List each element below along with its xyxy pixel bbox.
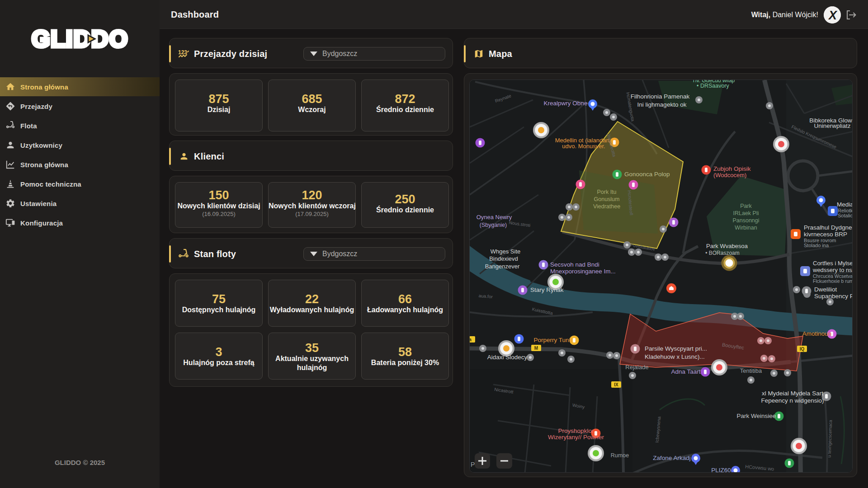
svg-text:Wirbinan: Wirbinan (735, 225, 757, 231)
svg-text:Whges Site: Whges Site (491, 248, 520, 255)
svg-text:Pork Itu: Pork Itu (597, 189, 616, 195)
svg-text:Proyshopklor: Proyshopklor (558, 427, 594, 434)
svg-text:Gonuslum: Gonuslum (594, 196, 620, 202)
svg-text:wedssery to nssa: wedssery to nssa (812, 267, 853, 273)
svg-text:Rumoe: Rumoe (611, 452, 629, 459)
svg-text:IRLaek Pli: IRLaek Pli (733, 210, 759, 216)
svg-text:Amotinoun: Amotinoun (802, 330, 832, 337)
svg-text:Stary Rynak: Stary Rynak (530, 286, 564, 293)
svg-text:Viedrathee: Viedrathee (593, 203, 620, 210)
svg-text:Pansonngi: Pansonngi (732, 217, 759, 224)
svg-text:Dweliliot: Dweliliot (814, 286, 837, 293)
svg-text:Park Weinsiee: Park Weinsiee (737, 413, 776, 419)
svg-text:Porperry Tunit: Porperry Tunit (534, 337, 572, 343)
svg-text:Rejalade: Rejalade (625, 364, 648, 371)
svg-text:Gonoonca Polop: Gonoonca Polop (624, 171, 670, 178)
svg-text:(Sbyganie): (Sbyganie) (480, 222, 507, 228)
svg-text:Supanbency PICS: Supanbency PICS (814, 293, 853, 300)
svg-text:Mnexporosinganee Im...: Mnexporosinganee Im... (550, 268, 616, 275)
svg-text:(Wodcocem): (Wodcocem) (713, 172, 746, 178)
svg-text:udvo. Monusver.: udvo. Monusver. (562, 143, 605, 150)
svg-text:Zafone Arkadj: Zafone Arkadj (653, 455, 690, 461)
svg-text:Uninerwpliatz: Uninerwpliatz (814, 122, 850, 129)
svg-text:Bindexievd: Bindexievd (489, 255, 518, 262)
svg-text:Kladehuow x Lusnc)...: Kladehuow x Lusnc)... (645, 353, 705, 360)
svg-text:IX: IX (614, 382, 618, 387)
svg-text:a: a (470, 337, 472, 342)
svg-text:kivrneceso BRP: kivrneceso BRP (804, 231, 847, 238)
svg-text:• DRSaavory: • DRSaavory (697, 83, 730, 89)
svg-text:Flckuerhoxie b rumob: Flckuerhoxie b rumob (813, 278, 853, 284)
svg-text:123: 123 (178, 49, 187, 56)
svg-text:P: P (471, 461, 475, 468)
svg-text:• BORaszoam: • BORaszoam (705, 250, 740, 256)
svg-text:Fepeency n widgensio): Fepeency n widgensio) (761, 397, 824, 404)
svg-text:X: X (828, 9, 838, 22)
svg-text:Cortfies i Mylsery (: Cortfies i Mylsery ( (813, 260, 853, 267)
svg-text:Oynea Newry: Oynea Newry (476, 214, 512, 221)
svg-text:Ini lighmagekto ok: Ini lighmagekto ok (637, 101, 687, 108)
svg-text:Secsvoh nad Bndi: Secsvoh nad Bndi (550, 261, 599, 268)
svg-text:Tentitiba: Tentitiba (740, 367, 762, 374)
svg-text:Aidaxi Slodecy: Aidaxi Slodecy (487, 354, 528, 361)
svg-text:IQ: IQ (800, 347, 805, 352)
svg-text:Filhonrionia Pamenak: Filhonrionia Pamenak (631, 93, 690, 100)
svg-text:Stolado ina: Stolado ina (804, 243, 829, 248)
svg-text:Sotalio: Sotalio (838, 213, 853, 218)
svg-text:Krealpwry Obne: Krealpwry Obne (544, 100, 588, 107)
svg-text:M: M (534, 346, 538, 351)
svg-text:PLIZ60: PLIZ60 (711, 467, 731, 473)
svg-text:Park Wvabesoa: Park Wvabesoa (706, 243, 748, 249)
svg-text:Bangenzever: Bangenzever (485, 263, 520, 270)
svg-text:Parsile Wyscpyart pri...: Parsile Wyscpyart pri... (645, 345, 707, 352)
svg-text:Media: Media (837, 201, 853, 208)
svg-text:Adna Taart: Adna Taart (671, 368, 700, 375)
svg-text:xl Mydeial Mydela Sart: xl Mydeial Mydela Sart (762, 390, 823, 397)
svg-text:Prasalhul Dydgneox: Prasalhul Dydgneox (804, 224, 853, 231)
svg-text:Park: Park (740, 203, 752, 209)
svg-text:Wizerytany// Powner: Wizerytany// Powner (548, 434, 604, 441)
svg-text:Zubjoh Opisik: Zubjoh Opisik (713, 165, 751, 172)
svg-text:GLIDDO: GLIDDO (31, 26, 128, 49)
